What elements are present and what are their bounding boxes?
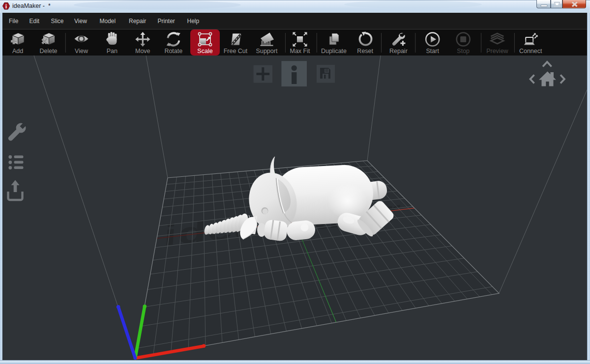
svg-text:Scale: Scale [197,48,212,55]
svg-text:Delete: Delete [39,48,57,55]
svg-text:Duplicate: Duplicate [321,48,347,55]
svg-text:Add: Add [12,48,23,55]
svg-text:View: View [75,48,88,55]
svg-text:Move: Move [135,48,150,55]
svg-text:Connect: Connect [519,48,542,55]
svg-text:Free Cut: Free Cut [224,48,248,55]
svg-text:Max Fit: Max Fit [290,48,311,55]
svg-text:Rotate: Rotate [164,48,182,55]
svg-text:Repair: Repair [389,48,408,55]
svg-text:Support: Support [256,48,278,55]
svg-text:Start: Start [426,48,439,55]
svg-text:Preview: Preview [486,48,508,55]
svg-text:Reset: Reset [357,48,373,55]
svg-text:Pan: Pan [107,48,118,55]
svg-text:Stop: Stop [457,48,470,55]
